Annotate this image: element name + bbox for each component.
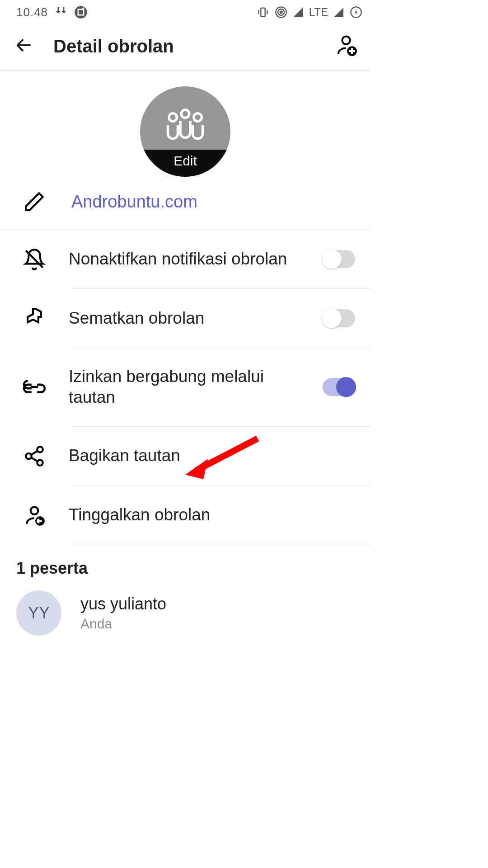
pencil-icon xyxy=(22,190,47,213)
mute-toggle[interactable] xyxy=(323,250,355,268)
svg-point-0 xyxy=(75,6,87,19)
pin-toggle[interactable] xyxy=(323,309,355,327)
teams-group-icon xyxy=(160,107,210,143)
link-icon xyxy=(22,379,47,395)
share-icon xyxy=(22,445,47,467)
participant-info: yus yulianto Anda xyxy=(80,594,166,632)
group-avatar[interactable]: Edit xyxy=(140,86,230,177)
vibrate-icon xyxy=(257,6,269,19)
avatar-section: Edit xyxy=(0,71,371,177)
participant-sublabel: Anda xyxy=(80,616,166,632)
leave-label: Tinggalkan obrolan xyxy=(69,505,355,525)
allow-join-link-row[interactable]: Izinkan bergabung melalui tautan xyxy=(0,348,371,426)
participant-name: yus yulianto xyxy=(80,594,166,613)
options-list: Nonaktifkan notifikasi obrolan Sematkan … xyxy=(0,230,371,545)
app-header: Detail obrolan xyxy=(0,23,371,71)
page-title: Detail obrolan xyxy=(53,36,174,57)
bell-off-icon xyxy=(22,248,47,270)
leave-person-icon xyxy=(22,504,47,527)
status-bar: 10.48 LTE xyxy=(0,0,371,23)
avatar-edit-label[interactable]: Edit xyxy=(140,150,230,177)
pin-label: Sematkan obrolan xyxy=(69,308,301,329)
signal-1-icon xyxy=(293,7,304,18)
pin-chat-row[interactable]: Sematkan obrolan xyxy=(0,289,371,348)
signal-2-icon xyxy=(333,7,344,18)
share-link-row[interactable]: Bagikan tautan xyxy=(0,427,371,486)
network-type-label: LTE xyxy=(309,6,328,19)
svg-rect-2 xyxy=(261,8,265,17)
participants-heading: 1 peserta xyxy=(0,545,371,585)
battery-saver-icon xyxy=(350,6,362,19)
svg-point-10 xyxy=(181,110,189,118)
status-right: LTE xyxy=(257,6,362,19)
svg-point-19 xyxy=(31,507,38,514)
share-link-label: Bagikan tautan xyxy=(69,445,355,466)
add-participant-button[interactable] xyxy=(334,33,360,59)
chat-name: Androbuntu.com xyxy=(71,192,197,212)
status-time: 10.48 xyxy=(16,5,48,19)
back-button[interactable] xyxy=(12,35,36,57)
participant-avatar: YY xyxy=(16,590,61,636)
status-left: 10.48 xyxy=(16,5,88,19)
download-arrows-icon xyxy=(54,5,68,19)
svg-point-14 xyxy=(37,447,43,453)
svg-point-9 xyxy=(169,113,177,122)
svg-point-11 xyxy=(194,113,202,122)
svg-line-17 xyxy=(31,451,38,454)
svg-point-7 xyxy=(342,37,350,44)
chat-name-row[interactable]: Androbuntu.com xyxy=(0,177,371,230)
svg-point-3 xyxy=(280,11,282,14)
svg-point-15 xyxy=(26,453,32,459)
hotspot-icon xyxy=(275,6,287,19)
svg-point-16 xyxy=(37,460,43,466)
join-link-toggle[interactable] xyxy=(323,378,355,396)
screenshot-app-icon xyxy=(74,5,88,19)
join-link-label: Izinkan bergabung melalui tautan xyxy=(69,366,301,408)
pin-icon xyxy=(22,307,47,330)
svg-line-18 xyxy=(31,458,38,461)
mute-label: Nonaktifkan notifikasi obrolan xyxy=(69,249,301,269)
participant-row[interactable]: YY yus yulianto Anda xyxy=(0,585,371,636)
leave-chat-row[interactable]: Tinggalkan obrolan xyxy=(0,486,371,545)
mute-notifications-row[interactable]: Nonaktifkan notifikasi obrolan xyxy=(0,230,371,288)
